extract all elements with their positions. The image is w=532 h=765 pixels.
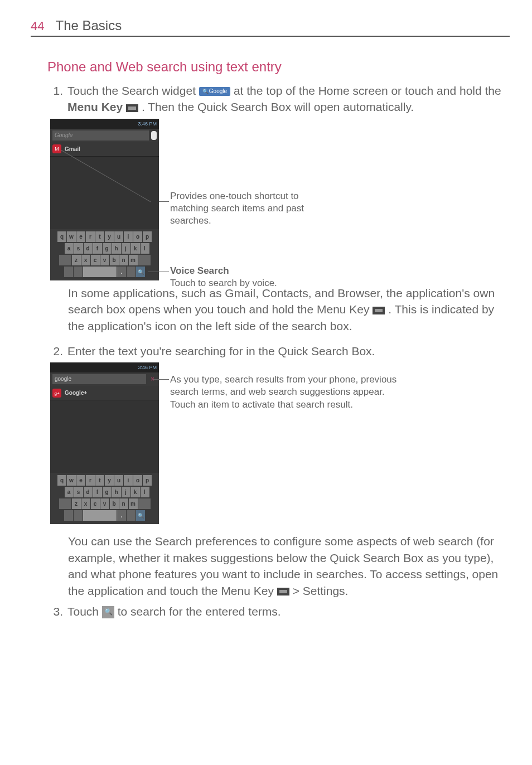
step-3: 3. Touch to search for the entered terms… [47, 603, 510, 619]
key-a[interactable]: a [65, 243, 74, 254]
key-y[interactable]: y [105, 231, 114, 242]
key-j[interactable]: j [122, 243, 130, 254]
key-z[interactable]: z [72, 255, 81, 265]
key-p[interactable]: p [143, 475, 152, 486]
key-p[interactable]: p [143, 231, 152, 242]
key-f[interactable]: f [93, 487, 102, 497]
key-d[interactable]: d [84, 243, 93, 254]
key-lang[interactable] [74, 267, 83, 277]
key-m[interactable]: m [129, 255, 138, 265]
key-u[interactable]: u [114, 231, 123, 242]
key-t[interactable]: t [95, 475, 104, 486]
section-heading: Phone and Web search using text entry [47, 59, 510, 75]
key-s[interactable]: s [74, 243, 83, 254]
key-period[interactable]: . [117, 267, 126, 277]
key-sym[interactable] [64, 267, 73, 277]
after-fig2: You can use the Search preferences to co… [68, 533, 510, 599]
key-backspace[interactable] [138, 498, 151, 509]
key-i[interactable]: i [124, 475, 133, 486]
step2-number: 2. [47, 343, 63, 359]
step2-text: Enter the text you're searching for in t… [67, 345, 375, 357]
search-input-2[interactable]: google [52, 374, 146, 384]
key-search[interactable] [136, 510, 145, 521]
key-k[interactable]: k [131, 487, 140, 497]
menu-key-icon [126, 104, 138, 112]
phone-screenshot-1: 3:46 PM Google M Gmail q w e r t y u [50, 119, 159, 280]
menu-key-icon-2 [373, 307, 385, 314]
search-input[interactable]: Google [52, 130, 149, 141]
key-v[interactable]: v [100, 498, 109, 509]
key-i[interactable]: i [124, 231, 133, 242]
key-search[interactable] [136, 267, 145, 277]
keyboard[interactable]: q w e r t y u i o p a s d f g h [50, 229, 159, 280]
step3-number: 3. [47, 603, 63, 619]
key-h[interactable]: h [112, 243, 121, 254]
key-b[interactable]: b [110, 498, 119, 509]
key-shift[interactable] [59, 255, 71, 265]
key-d[interactable]: d [84, 487, 93, 497]
callout-voice-body: Touch to search by voice. [170, 277, 337, 289]
key-g[interactable]: g [103, 487, 112, 497]
key-shift[interactable] [59, 498, 71, 509]
key-n[interactable]: n [119, 498, 128, 509]
suggestion-text-2: Google+ [65, 390, 87, 396]
search-bar-2: google × [50, 372, 159, 386]
key-m[interactable]: m [129, 498, 138, 509]
key-q[interactable]: q [57, 231, 66, 242]
voice-search-icon[interactable] [151, 131, 157, 140]
key-c[interactable]: c [91, 498, 100, 509]
key-x[interactable]: x [81, 255, 90, 265]
page-title: The Basics [55, 18, 122, 33]
key-k[interactable]: k [131, 243, 140, 254]
key-r[interactable]: r [86, 475, 95, 486]
key-emoji[interactable] [127, 510, 136, 521]
key-space[interactable] [83, 510, 117, 521]
key-n[interactable]: n [119, 255, 128, 265]
key-backspace[interactable] [138, 255, 151, 265]
key-w[interactable]: w [67, 231, 76, 242]
status-bar: 3:46 PM [50, 119, 159, 129]
key-s[interactable]: s [74, 487, 83, 497]
key-o[interactable]: o [133, 475, 142, 486]
key-l[interactable]: l [141, 243, 149, 254]
key-v[interactable]: v [100, 255, 109, 265]
key-f[interactable]: f [93, 243, 102, 254]
callout-results: As you type, search results from your ph… [170, 374, 404, 410]
after-fig1: In some applications, such as Gmail, Con… [68, 285, 510, 334]
search-button-icon [102, 606, 114, 618]
key-t[interactable]: t [95, 231, 104, 242]
after-fig2-settings: Settings. [303, 584, 349, 597]
key-a[interactable]: a [65, 487, 74, 497]
key-space[interactable] [83, 267, 117, 277]
callout-shortcut: Provides one-touch shortcut to matching … [170, 190, 337, 227]
key-q[interactable]: q [57, 475, 66, 486]
key-y[interactable]: y [105, 475, 114, 486]
keyboard-2[interactable]: q w e r t y u i o p a s d f g h [50, 473, 159, 524]
key-e[interactable]: e [76, 475, 85, 486]
suggestion-row[interactable]: M Gmail [50, 142, 159, 157]
menu-key-label: Menu Key [67, 100, 123, 113]
key-g[interactable]: g [103, 243, 112, 254]
key-sym[interactable] [64, 510, 73, 521]
key-u[interactable]: u [114, 475, 123, 486]
status-bar-2: 3:46 PM [50, 362, 159, 372]
key-b[interactable]: b [110, 255, 119, 265]
key-c[interactable]: c [91, 255, 100, 265]
key-w[interactable]: w [67, 475, 76, 486]
phone-screenshot-2: 3:46 PM google × Google+ q w e r t y u [50, 362, 159, 524]
key-r[interactable]: r [86, 231, 95, 242]
suggestion-text: Gmail [65, 146, 80, 152]
after-fig1-menu: Menu Key [317, 303, 370, 316]
key-j[interactable]: j [122, 487, 130, 497]
key-z[interactable]: z [72, 498, 81, 509]
key-l[interactable]: l [141, 487, 149, 497]
key-e[interactable]: e [76, 231, 85, 242]
step3-b: to search for the entered terms. [118, 605, 281, 618]
suggestion-row-2[interactable]: Google+ [50, 386, 159, 400]
key-lang[interactable] [74, 510, 83, 521]
key-x[interactable]: x [81, 498, 90, 509]
key-h[interactable]: h [112, 487, 121, 497]
key-emoji[interactable] [127, 267, 136, 277]
key-o[interactable]: o [133, 231, 142, 242]
key-period[interactable]: . [117, 510, 126, 521]
